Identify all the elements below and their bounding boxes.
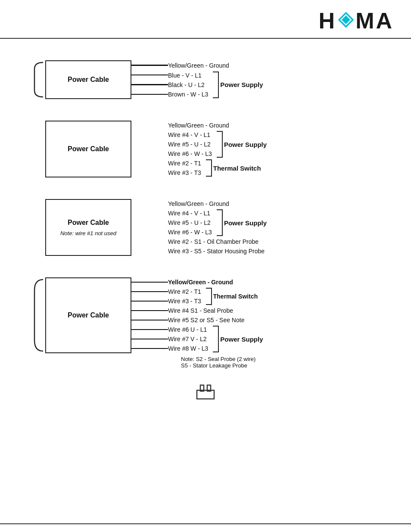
label-row: Wire #5 - U - L2 — [168, 218, 212, 227]
bracket-icon-power-2 — [215, 130, 224, 159]
label-row: Wire #3 - T3 — [168, 168, 201, 177]
label-row: Wire #8 W - L3 — [168, 344, 208, 353]
label-row: Brown - W - L3 — [168, 90, 208, 99]
note-line-1: Note: S2 - Seal Probe (2 wire) — [181, 356, 394, 362]
bracket-icon-1 — [211, 71, 220, 99]
cable-box-4: Power Cable — [45, 277, 131, 353]
footer — [0, 523, 411, 532]
label-row: Black - U - L2 — [168, 80, 208, 90]
labels-3: Yellow/Green - Ground Wire #4 - V - L1 W… — [168, 199, 267, 256]
label-row: Yellow/Green - Ground — [168, 121, 267, 130]
bracket-icon-thermal-2 — [204, 159, 213, 177]
label-row: Wire #5 S2 or S5 - See Note — [168, 315, 263, 325]
left-connector-icon-4 — [30, 277, 45, 353]
diagram-1: Power Cable Yellow/Green - Ground Blue -… — [17, 60, 394, 99]
cable-label-3: Power Cable — [68, 219, 109, 227]
label-row: Wire #5 - U - L2 — [168, 140, 212, 149]
label-row: Wire #4 - V - L1 — [168, 130, 212, 140]
logo-text-ma: MA — [355, 8, 394, 34]
cable-box-1: Power Cable — [45, 60, 131, 99]
label-row: Wire #4 - V - L1 — [168, 208, 212, 218]
note-line-2: S5 - Stator Leakage Probe — [181, 362, 394, 369]
diagram4-notes: Note: S2 - Seal Probe (2 wire) S5 - Stat… — [30, 356, 394, 369]
label-row: Wire #3 - T3 — [168, 296, 201, 306]
label-row: Wire #7 V - L2 — [168, 334, 208, 344]
group-label-thermal-2: Thermal Switch — [213, 165, 261, 172]
labels-4: Yellow/Green - Ground Wire #2 - T1 Wire … — [168, 277, 263, 353]
connector-bottom-icon — [193, 382, 218, 403]
label-row: Blue - V - L1 — [168, 71, 208, 80]
group-label-power-3: Power Supply — [224, 219, 267, 227]
cable-box-3: Power Cable Note: wire #1 not used — [45, 199, 131, 256]
diagram-3: Power Cable Note: wire #1 not used Yello… — [17, 199, 394, 256]
svg-rect-2 — [197, 390, 214, 399]
cable-note-3: Note: wire #1 not used — [60, 230, 116, 236]
label-row: Wire #6 - W - L3 — [168, 227, 212, 237]
wires-2 — [131, 121, 168, 177]
cable-label-4: Power Cable — [68, 311, 109, 319]
logo-diamond-icon — [338, 12, 354, 28]
label-row: Wire #3 - S5 - Stator Housing Probe — [168, 246, 267, 256]
label-group-power-1: Blue - V - L1 Black - U - L2 Brown - W -… — [168, 71, 263, 99]
bottom-connector-area — [17, 382, 394, 403]
label-row: Wire #2 - T1 — [168, 287, 201, 296]
labels-2: Yellow/Green - Ground Wire #4 - V - L1 W… — [168, 121, 267, 177]
header: H MA — [0, 0, 411, 39]
logo-text-h: H — [319, 8, 337, 34]
diagram-2: Power Cable Yellow/Green - Ground Wire #… — [17, 121, 394, 177]
label-row: Wire #6 U - L1 — [168, 325, 208, 334]
bracket-icon-thermal-4 — [204, 287, 213, 306]
label-row: Wire #6 - W - L3 — [168, 149, 212, 159]
group-label-power-2: Power Supply — [224, 141, 267, 148]
cable-label-2: Power Cable — [68, 145, 109, 153]
group-label-thermal-4: Thermal Switch — [213, 293, 258, 300]
label-row: Wire #4 S1 - Seal Probe — [168, 306, 263, 315]
diagram-4: Power Cable Yellow/Green - Ground Wi — [30, 277, 394, 353]
label-row: Wire #2 - T1 — [168, 159, 201, 168]
left-connector-icon-1 — [30, 60, 45, 99]
wire-row — [131, 60, 168, 70]
group-label-power-1: Power Supply — [220, 81, 263, 88]
bracket-icon-power-4 — [211, 325, 220, 353]
labels-1: Yellow/Green - Ground Blue - V - L1 Blac… — [168, 60, 263, 99]
group-label-power-4: Power Supply — [220, 336, 263, 343]
label-row: Wire #2 - S1 - Oil Chamber Probe — [168, 237, 267, 246]
wire-row — [131, 90, 168, 99]
wires-1 — [131, 60, 168, 99]
wires-3 — [131, 199, 168, 256]
main-content: Power Cable Yellow/Green - Ground Blue -… — [0, 39, 411, 420]
cable-label-1: Power Cable — [68, 76, 109, 84]
label-row: Yellow/Green - Ground — [168, 61, 263, 70]
label-row: Yellow/Green - Ground — [168, 277, 263, 287]
logo: H MA — [319, 8, 394, 34]
bracket-icon-power-3 — [215, 208, 224, 237]
wires-4 — [131, 277, 168, 353]
cable-box-2: Power Cable — [45, 121, 131, 177]
diagram-4-wrapper: Power Cable Yellow/Green - Ground Wi — [17, 277, 394, 369]
wire-row — [131, 80, 168, 89]
label-row: Yellow/Green - Ground — [168, 199, 267, 208]
wire-row — [131, 70, 168, 80]
